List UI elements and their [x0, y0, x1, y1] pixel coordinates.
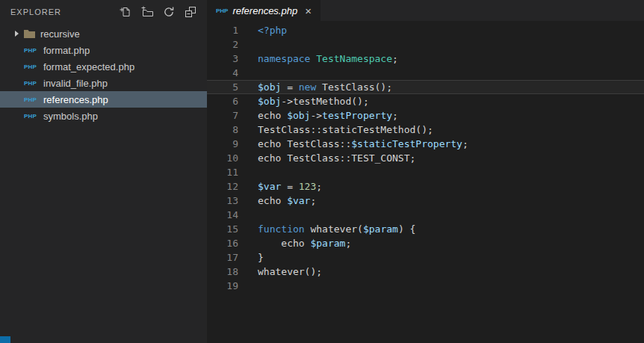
- code-line-13[interactable]: 13echo $var;: [207, 194, 644, 208]
- editor-group: PHP references.php × 1<?php23namespace T…: [207, 0, 644, 343]
- code-line-4[interactable]: 4: [207, 66, 644, 80]
- explorer-sidebar: EXPLORER: [0, 0, 207, 343]
- collapse-all-icon[interactable]: [185, 6, 196, 18]
- code-line-14[interactable]: 14: [207, 208, 644, 222]
- line-number: 13: [207, 194, 238, 208]
- code-text: echo $var;: [258, 194, 316, 208]
- file-label: format_expected.php: [43, 61, 134, 72]
- code-text: }: [258, 250, 264, 265]
- code-line-12[interactable]: 12$var = 123;: [207, 179, 644, 194]
- line-number: 3: [207, 52, 238, 66]
- code-text: echo $obj->testProperty;: [258, 108, 398, 123]
- explorer-title: EXPLORER: [10, 7, 120, 16]
- line-number: 1: [207, 23, 238, 37]
- php-file-icon: PHP: [24, 96, 39, 103]
- code-line-6[interactable]: 6$obj->testMethod();: [207, 94, 644, 108]
- line-number: 14: [207, 208, 238, 222]
- file-label: format.php: [43, 45, 90, 56]
- php-file-icon: PHP: [24, 113, 39, 120]
- code-line-3[interactable]: 3namespace TestNamespace;: [207, 52, 644, 66]
- line-number: 10: [207, 151, 238, 165]
- code-line-1[interactable]: 1<?php: [207, 23, 644, 37]
- php-file-icon: PHP: [24, 47, 39, 54]
- file-row-symbols-php[interactable]: PHPsymbols.php: [0, 108, 207, 124]
- php-file-icon: PHP: [24, 80, 39, 87]
- file-label: recursive: [40, 28, 80, 40]
- file-row-format-php[interactable]: PHPformat.php: [0, 42, 207, 58]
- line-number: 4: [207, 66, 238, 80]
- php-file-icon: PHP: [216, 7, 228, 14]
- code-area[interactable]: 1<?php23namespace TestNamespace;45$obj =…: [207, 21, 644, 293]
- code-text: TestClass::staticTestMethod();: [258, 123, 433, 137]
- line-number: 17: [207, 250, 238, 265]
- line-number: 2: [207, 37, 238, 52]
- line-number: 6: [207, 94, 238, 108]
- code-line-15[interactable]: 15function whatever($param) {: [207, 222, 644, 236]
- code-text: namespace TestNamespace;: [258, 52, 398, 66]
- file-label: references.php: [43, 94, 108, 105]
- line-number: 9: [207, 137, 238, 151]
- code-text: $obj->testMethod();: [258, 94, 369, 108]
- code-line-9[interactable]: 9echo TestClass::$staticTestProperty;: [207, 137, 644, 151]
- line-number: 7: [207, 108, 238, 123]
- line-number: 5: [207, 80, 238, 94]
- status-bar-fragment: [0, 336, 10, 343]
- line-number: 11: [207, 165, 238, 179]
- tab-bar: PHP references.php ×: [207, 0, 644, 21]
- tab-title: references.php: [232, 5, 297, 16]
- file-row-recursive[interactable]: recursive: [0, 25, 207, 42]
- folder-icon: [24, 29, 35, 38]
- code-text: $var = 123;: [258, 179, 322, 194]
- code-line-19[interactable]: 19: [207, 279, 644, 293]
- code-text: echo TestClass::TEST_CONST;: [258, 151, 415, 165]
- tab-references-php[interactable]: PHP references.php ×: [207, 0, 321, 21]
- code-line-11[interactable]: 11: [207, 165, 644, 179]
- line-number: 16: [207, 236, 238, 250]
- file-label: invalid_file.php: [43, 78, 108, 89]
- close-tab-icon[interactable]: ×: [305, 5, 312, 16]
- explorer-actions: [120, 6, 196, 18]
- code-line-8[interactable]: 8TestClass::staticTestMethod();: [207, 123, 644, 137]
- file-label: symbols.php: [43, 111, 98, 122]
- code-line-17[interactable]: 17}: [207, 250, 644, 265]
- new-folder-icon[interactable]: [141, 6, 153, 18]
- line-number: 12: [207, 179, 238, 194]
- code-line-7[interactable]: 7echo $obj->testProperty;: [207, 108, 644, 123]
- line-number: 8: [207, 123, 238, 137]
- code-text: <?php: [258, 23, 287, 37]
- code-text: echo TestClass::$staticTestProperty;: [258, 137, 468, 151]
- code-text: $obj = new TestClass();: [258, 80, 392, 94]
- file-list: recursivePHPformat.phpPHPformat_expected…: [0, 25, 207, 124]
- line-number: 18: [207, 265, 238, 279]
- line-number: 15: [207, 222, 238, 236]
- chevron-right-icon: [15, 31, 19, 37]
- refresh-icon[interactable]: [163, 6, 175, 18]
- code-line-18[interactable]: 18whatever();: [207, 265, 644, 279]
- new-file-icon[interactable]: [120, 6, 131, 18]
- file-row-invalid-file-php[interactable]: PHPinvalid_file.php: [0, 75, 207, 91]
- php-file-icon: PHP: [24, 64, 39, 70]
- code-line-10[interactable]: 10echo TestClass::TEST_CONST;: [207, 151, 644, 165]
- code-text: whatever();: [258, 265, 322, 279]
- file-row-references-php[interactable]: PHPreferences.php: [0, 91, 207, 108]
- line-number: 19: [207, 279, 238, 293]
- code-line-2[interactable]: 2: [207, 37, 644, 52]
- code-text: echo $param;: [258, 236, 351, 250]
- code-line-5[interactable]: 5$obj = new TestClass();: [207, 80, 644, 94]
- explorer-header: EXPLORER: [0, 0, 207, 24]
- vscode-window: { "colors": { "editor_bg": "#1e1e1e", "s…: [0, 0, 644, 343]
- file-row-format-expected-php[interactable]: PHPformat_expected.php: [0, 58, 207, 75]
- code-line-16[interactable]: 16 echo $param;: [207, 236, 644, 250]
- code-text: function whatever($param) {: [258, 222, 415, 236]
